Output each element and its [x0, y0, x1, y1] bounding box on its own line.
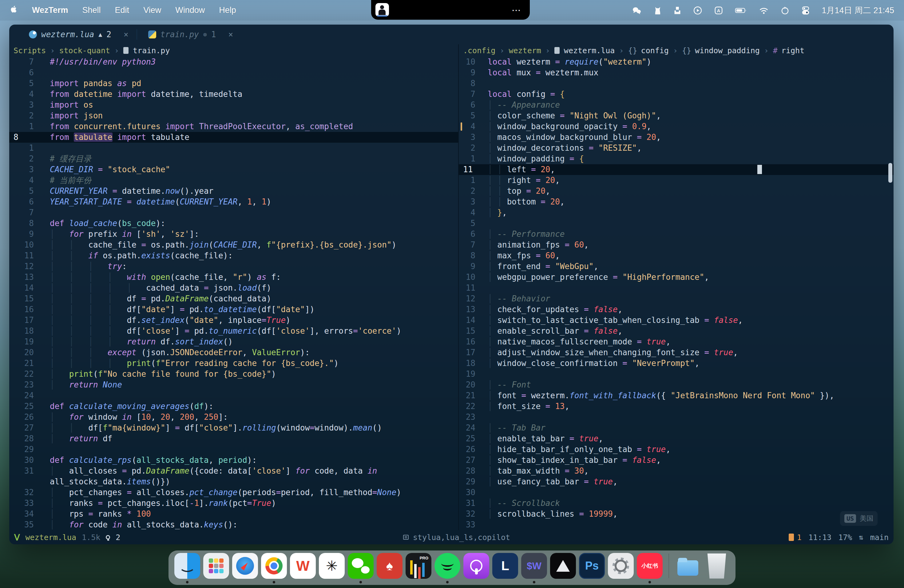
lapp-icon: L — [492, 553, 518, 579]
code-line: 11│ │ if os.path.exists(cache_file): — [9, 250, 458, 261]
dock-item-downloads[interactable] — [675, 553, 701, 579]
code-line: 31│ all_closes = pd.DataFrame({code: dat… — [9, 466, 458, 476]
dock-item-settings[interactable] — [608, 553, 634, 579]
menu-item-window[interactable]: Window — [175, 6, 205, 15]
finder-icon — [174, 553, 200, 579]
dock-item-lapp[interactable]: L — [492, 553, 518, 579]
scroll-percent: 17% — [838, 533, 852, 542]
python-file-icon — [148, 30, 156, 38]
menu-item-help[interactable]: Help — [219, 6, 236, 15]
menu-app-name[interactable]: WezTerm — [32, 6, 68, 15]
code-line: 10│ │ cache_file = os.path.join(CACHE_DI… — [9, 240, 458, 250]
menu-item-view[interactable]: View — [143, 6, 161, 15]
dock-item-trash[interactable] — [704, 553, 730, 579]
sync-icon[interactable] — [781, 6, 790, 15]
editor-pane-right[interactable]: .config›wezterm›wezterm.lua›{}config›{}w… — [458, 44, 893, 530]
code-line: 10│ webgpu_power_preference = "HighPerfo… — [459, 272, 893, 283]
menu-clock[interactable]: 1月14日 周二 21:45 — [822, 5, 894, 16]
dock-item-prism[interactable] — [550, 553, 576, 579]
breadcrumb-segment: › — [46, 46, 59, 55]
input-source-icon[interactable]: A — [714, 6, 723, 15]
code-line: 2# 缓存目录 — [9, 153, 458, 164]
dock-item-photoshop[interactable]: Ps — [579, 553, 605, 579]
dock-item-chatgpt[interactable]: ✳ — [319, 553, 345, 579]
code-line: 13│ check_for_updates = false, — [459, 304, 893, 315]
close-tab-icon[interactable]: × — [123, 30, 128, 39]
code-line: all_stocks_data.items()}) — [9, 476, 458, 487]
lightbulb-icon — [106, 535, 110, 539]
code-line: 4│ }, — [459, 207, 893, 218]
code-line: 16│ native_macos_fullscreen_mode = true, — [459, 337, 893, 347]
deploy-icon[interactable] — [673, 6, 681, 15]
cat-icon[interactable] — [654, 6, 662, 15]
code-line: 1│ window_padding = { — [459, 153, 893, 164]
code-line: 15│ enable_scroll_bar = false, — [459, 326, 893, 337]
dock-item-sw[interactable]: $W — [521, 553, 547, 579]
menu-item-edit[interactable]: Edit — [115, 6, 130, 15]
dock-item-wechat[interactable] — [348, 553, 374, 579]
tab-wezterm-lua[interactable]: wezterm.lua ▲ 2 × — [26, 30, 131, 39]
wechat-icon[interactable] — [632, 6, 642, 15]
editor-pane-left[interactable]: Scripts›stock-quant›train.py 7#!/usr/bin… — [9, 44, 458, 530]
editor-tab-bar: wezterm.lua ▲ 2 × train.py ⊗ 1 × — [9, 25, 893, 44]
breadcrumb-segment: stock-quant — [59, 46, 110, 55]
ellipsis-icon[interactable]: ⋯ — [512, 5, 522, 15]
code-line: 21│ │ │ │ print(f"Error reading cache fo… — [9, 358, 458, 369]
code-line: 7 — [9, 207, 458, 218]
code-line: 30 — [459, 487, 893, 498]
diagnostic-icon: ⊗ — [203, 31, 207, 38]
close-tab-icon[interactable]: × — [228, 30, 233, 39]
dock-item-poker[interactable]: ♠ — [377, 553, 403, 579]
tab-train-py[interactable]: train.py ⊗ 1 × — [145, 30, 237, 39]
ime-label: 美国 — [860, 514, 873, 523]
dock-item-podcasts[interactable] — [463, 553, 489, 579]
code-line: 22│ print(f"No cache file found for {bs_… — [9, 369, 458, 379]
code-line: 6│ -- Performance — [459, 229, 893, 240]
chatgpt-icon: ✳ — [319, 553, 345, 579]
play-circle-icon[interactable] — [693, 6, 702, 15]
dock-item-xiaohongshu[interactable]: 小红书 — [637, 553, 663, 579]
dock-item-safari[interactable] — [232, 553, 258, 579]
dock-item-launchpad[interactable] — [203, 553, 229, 579]
code-line: 4# 当前年份 — [9, 175, 458, 186]
code-line: 6│ -- Appearance — [459, 100, 893, 111]
scrollbar-thumb[interactable] — [888, 163, 892, 183]
apple-menu-icon[interactable] — [10, 5, 18, 16]
wifi-icon[interactable] — [759, 6, 769, 15]
code-line: 4│ window_background_opacity = 0.9, — [459, 121, 893, 132]
control-center-icon[interactable] — [801, 6, 810, 15]
file-icon — [123, 47, 128, 54]
dock-item-stocks[interactable]: PRO — [406, 553, 431, 579]
spotify-icon — [435, 553, 460, 579]
dock-item-finder[interactable] — [174, 553, 200, 579]
dock-item-chrome[interactable] — [261, 553, 287, 579]
menu-item-shell[interactable]: Shell — [82, 6, 101, 15]
code-line: 25def calculate_moving_averages(df): — [9, 401, 458, 412]
code-line: 26│ hide_tab_bar_if_only_one_tab = true, — [459, 444, 893, 455]
warning-icon: ▲ — [98, 31, 102, 38]
code-line: 11 — [459, 283, 893, 293]
dock-item-spotify[interactable] — [435, 553, 460, 579]
dock-item-wps[interactable]: W — [290, 553, 316, 579]
notch-media-widget[interactable]: ⋯ — [371, 0, 530, 20]
breadcrumb-segment: Scripts — [14, 46, 46, 55]
code-line: 2│ │ top = 20, — [459, 186, 893, 196]
code-line: 5import pandas as pd — [9, 78, 458, 89]
code-line: 18│ window_close_confirmation = "NeverPr… — [459, 358, 893, 369]
code-line: 5│ color_scheme = "Night Owl (Gogh)", — [459, 111, 893, 121]
code-line: 29│ use_fancy_tab_bar = true, — [459, 476, 893, 487]
wechat-icon — [348, 553, 374, 579]
breadcrumb-segment: › — [669, 46, 682, 55]
input-method-badge: US 美国 — [840, 511, 877, 526]
code-line: 3│ │ bottom = 20, — [459, 196, 893, 207]
code-line: 11│ │ left = 20, — [459, 164, 893, 175]
code-line: 12│ -- Behavior — [459, 293, 893, 304]
git-branch-icon: ⇅ — [859, 533, 863, 542]
breadcrumb-segment: › — [760, 46, 773, 55]
code-line: 8def load_cache(bs_code): — [9, 218, 458, 229]
warning-count: 2 — [106, 30, 111, 39]
battery-icon[interactable] — [735, 6, 747, 15]
launchpad-icon — [203, 553, 229, 579]
diagnostic-count: 1 — [797, 533, 801, 542]
code-line: 5CURRENT_YEAR = datetime.now().year — [9, 186, 458, 196]
